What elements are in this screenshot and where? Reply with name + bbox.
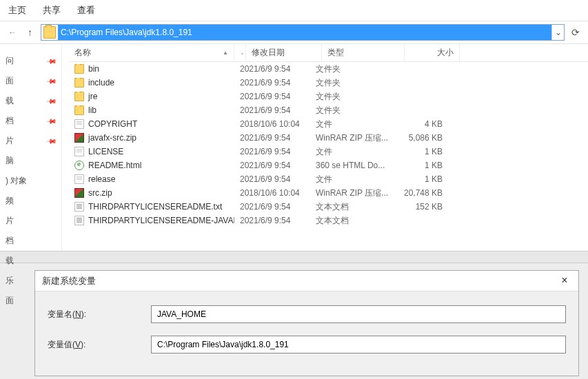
file-row[interactable]: bin2021/6/9 9:54文件夹 [69,62,588,76]
sidebar-item[interactable]: 片📌 [4,131,57,151]
pin-icon: 📌 [46,95,57,106]
sort-indicator-icon: ▲ [223,50,228,56]
file-row[interactable]: README.html2021/6/9 9:54360 se HTML Do..… [69,158,588,172]
file-date: 2021/6/9 9:54 [234,174,310,184]
file-name: include [88,78,114,88]
file-row[interactable]: include2021/6/9 9:54文件夹 [69,76,588,90]
file-row[interactable]: LICENSE2021/6/9 9:54文件1 KB [69,145,588,158]
var-value-label: 变量值(V): [48,339,151,351]
sidebar-item[interactable]: 问📌 [4,51,57,71]
var-name-label: 变量名(N): [48,309,151,320]
file-name: README.html [88,161,141,170]
file-row[interactable]: lib2021/6/9 9:54文件夹 [69,103,588,117]
sidebar-item-label: 面 [6,75,14,87]
sidebar-item-label: ) 对象 [6,175,27,187]
file-name: THIRDPARTYLICENSEREADME-JAVAF... [88,216,234,225]
tab-share[interactable]: 共享 [43,3,61,18]
file-date: 2021/6/9 9:54 [234,92,310,101]
sidebar-item[interactable]: 档📌 [4,111,57,131]
folder-icon [74,105,84,115]
sidebar-item-label: 载 [6,95,14,107]
tab-home[interactable]: 主页 [8,3,26,18]
file-row[interactable]: jre2021/6/9 9:54文件夹 [69,90,588,103]
var-value-input[interactable] [151,336,566,354]
sidebar-item-label: 片 [6,135,14,147]
file-name: javafx-src.zip [88,133,136,143]
address-dropdown[interactable]: ⌄ [551,25,564,40]
file-name: jre [88,92,97,101]
new-system-variable-dialog: 新建系统变量 × 变量名(N): 变量值(V): [34,270,579,376]
col-date[interactable]: 修改日期 [246,44,322,61]
html-icon [74,161,84,170]
col-name-dropdown[interactable]: ⌄ [234,44,246,61]
dialog-backdrop: 新建系统变量 × 变量名(N): 变量值(V): [0,263,588,379]
file-row[interactable]: THIRDPARTYLICENSEREADME-JAVAF...2021/6/9… [69,214,588,227]
file-size: 5,086 KB [393,133,448,143]
sidebar-item-label: 脑 [6,155,14,167]
file-icon [74,119,84,129]
pin-icon: 📌 [46,115,57,126]
sidebar-item[interactable]: 载 [4,251,57,271]
file-size: 4 KB [393,119,448,129]
file-date: 2021/6/9 9:54 [234,105,310,115]
folder-icon [74,92,84,101]
file-type: WinRAR ZIP 压缩... [310,187,393,199]
address-input[interactable] [58,25,551,40]
sidebar-item[interactable]: ) 对象 [4,171,57,191]
address-bar: ⌄ [41,24,565,41]
file-row[interactable]: COPYRIGHT2018/10/6 10:04文件4 KB [69,117,588,131]
file-date: 2018/10/6 10:04 [234,119,310,129]
txt-icon [74,216,84,225]
file-name: COPYRIGHT [88,119,137,129]
col-size[interactable]: 大小 [405,44,460,61]
file-date: 2021/6/9 9:54 [234,147,310,156]
pin-icon: 📌 [46,55,57,66]
close-icon[interactable]: × [551,271,578,291]
zip-icon [74,188,84,198]
file-size: 1 KB [393,161,448,170]
sidebar-item[interactable]: 载📌 [4,91,57,111]
file-type: 文件夹 [310,63,393,75]
sidebar-item[interactable]: 面📌 [4,71,57,91]
column-headers: 名称 ▲ ⌄ 修改日期 类型 大小 [69,44,588,62]
sidebar-item[interactable]: 片 [4,211,57,231]
file-date: 2021/6/9 9:54 [234,78,310,88]
tab-view[interactable]: 查看 [77,3,95,18]
file-date: 2021/6/9 9:54 [234,64,310,74]
sidebar-item-label: 档 [6,235,14,247]
sidebar-item-label: 载 [6,255,14,267]
var-name-input[interactable] [151,305,566,323]
file-type: 文件 [310,174,393,185]
file-row[interactable]: THIRDPARTYLICENSEREADME.txt2021/6/9 9:54… [69,200,588,214]
file-name: lib [88,105,97,115]
sidebar-item-label: 面 [6,295,14,307]
col-name[interactable]: 名称 ▲ [69,44,234,61]
file-type: 文件夹 [310,105,393,116]
file-row[interactable]: src.zip2018/10/6 10:04WinRAR ZIP 压缩...20… [69,186,588,200]
sidebar-item[interactable]: 脑 [4,151,57,171]
file-type: 文件夹 [310,77,393,89]
file-type: 文件 [310,146,393,158]
col-name-label: 名称 [74,47,91,59]
file-size: 152 KB [393,202,448,212]
file-row[interactable]: release2021/6/9 9:54文件1 KB [69,172,588,186]
refresh-button[interactable]: ⟳ [569,27,582,38]
nav-back[interactable]: ← [6,26,19,39]
sidebar-item-label: 档 [6,115,14,127]
nav-up[interactable]: ↑ [23,25,37,39]
sidebar-item[interactable]: 档 [4,231,57,251]
sidebar-item[interactable]: 频 [4,191,57,211]
file-icon [74,147,84,156]
file-type: 文件夹 [310,91,393,103]
file-date: 2021/6/9 9:54 [234,161,310,170]
file-size: 1 KB [393,174,448,184]
var-value-row: 变量值(V): [48,336,566,354]
file-type: WinRAR ZIP 压缩... [310,132,393,144]
file-name: src.zip [88,188,112,198]
col-type[interactable]: 类型 [322,44,405,61]
address-bar-row: ← ↑ ⌄ ⟳ [0,21,588,44]
pin-icon: 📌 [46,75,57,86]
file-date: 2021/6/9 9:54 [234,216,310,225]
file-row[interactable]: javafx-src.zip2021/6/9 9:54WinRAR ZIP 压缩… [69,131,588,145]
file-type: 360 se HTML Do... [310,161,393,170]
